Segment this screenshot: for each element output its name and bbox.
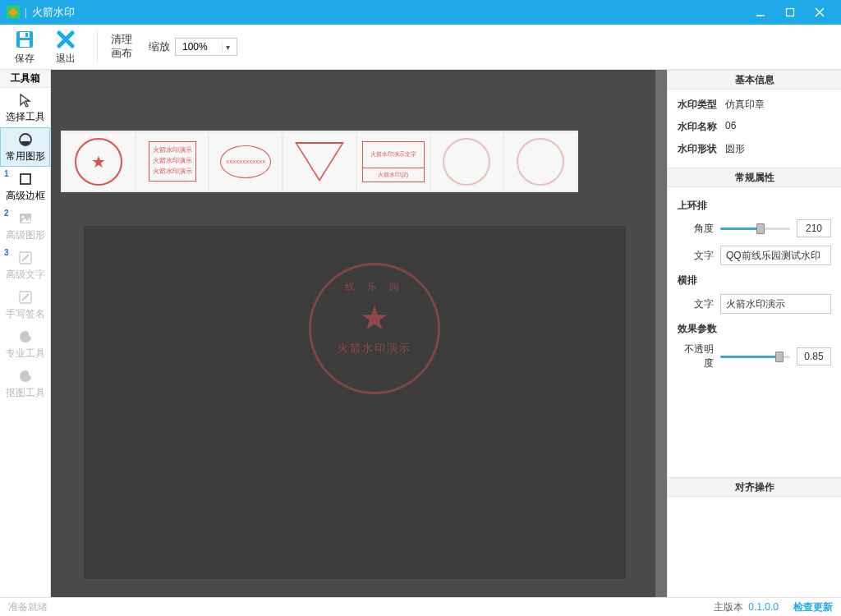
cursor-icon xyxy=(18,92,33,108)
group-effect: 效果参数 xyxy=(678,322,831,336)
text-edit-icon xyxy=(18,250,33,266)
type-value: 仿真印章 xyxy=(725,98,831,112)
image-icon xyxy=(18,210,33,227)
stamp-bottom-text: 火箭水印演示 xyxy=(338,341,411,356)
section-common-props: 常规属性 xyxy=(668,168,841,187)
angle-label: 角度 xyxy=(678,222,720,236)
group-horizontal: 横排 xyxy=(678,274,831,287)
chevron-down-icon: ▾ xyxy=(222,43,233,52)
close-icon xyxy=(815,7,825,17)
titlebar: | 火箭水印 xyxy=(0,0,841,25)
shape-triangle[interactable] xyxy=(283,133,356,191)
minimize-button[interactable] xyxy=(746,0,775,25)
check-update-link[interactable]: 检查更新 xyxy=(793,600,833,614)
exit-label: 退出 xyxy=(49,52,82,66)
group-upper-arc: 上环排 xyxy=(678,199,831,213)
badge-1: 1 xyxy=(4,169,9,178)
canvas-content[interactable]: 线 乐 园 ★ 火箭水印演示 xyxy=(84,226,626,579)
close-button[interactable] xyxy=(805,0,834,25)
angle-slider[interactable] xyxy=(720,228,790,230)
exit-icon xyxy=(49,29,82,50)
svg-rect-6 xyxy=(20,40,30,47)
tool-pro[interactable]: 专业工具 xyxy=(0,324,50,364)
pen-icon xyxy=(18,289,33,306)
toolbar-separator xyxy=(97,30,98,63)
app-icon xyxy=(7,6,20,19)
properties-panel: 基本信息 水印类型仿真印章 水印名称06 水印形状圆形 常规属性 上环排 角度 … xyxy=(667,70,841,597)
svg-point-13 xyxy=(21,215,24,218)
exit-button[interactable]: 退出 xyxy=(48,25,84,69)
zoom-value: 100% xyxy=(182,41,215,53)
tool-adv-text[interactable]: 3 高级文字 xyxy=(0,246,50,285)
zoom-label: 缩放 xyxy=(149,39,170,54)
horizontal-text-input[interactable]: 火箭水印演示 xyxy=(720,294,831,314)
version-label: 主版本 xyxy=(714,600,743,614)
upper-text-label: 文字 xyxy=(678,249,720,263)
tool-handwrite[interactable]: 手写签名 xyxy=(0,285,50,324)
shape-rect[interactable]: 火箭水印演示文字 火箭水印(2) xyxy=(357,133,430,191)
svg-rect-5 xyxy=(20,32,30,38)
opacity-slider[interactable] xyxy=(720,356,790,358)
canvas-area[interactable]: ★ 火箭水印演示 火箭水印演示 火箭水印演示 XXXXXXXXXXXX 火箭水印… xyxy=(51,70,667,597)
section-basic-info: 基本信息 xyxy=(668,70,841,90)
opacity-value[interactable]: 0.85 xyxy=(797,347,831,365)
tool-adv-border[interactable]: 1 高级边框 xyxy=(0,167,50,206)
square-icon xyxy=(18,171,33,187)
shape-value: 圆形 xyxy=(725,142,831,156)
maximize-button[interactable] xyxy=(775,0,805,25)
star-icon: ★ xyxy=(360,301,389,334)
statusbar: 准备就绪 主版本 0.1.0.0 检查更新 xyxy=(0,597,841,616)
angle-value[interactable]: 210 xyxy=(797,219,831,237)
save-button[interactable]: 保存 xyxy=(7,25,43,69)
sidebar-header: 工具箱 xyxy=(0,70,50,88)
name-label: 水印名称 xyxy=(678,120,725,134)
svg-rect-11 xyxy=(21,174,30,184)
status-ready: 准备就绪 xyxy=(8,600,48,614)
tool-select[interactable]: 选择工具 xyxy=(0,88,50,127)
toolbar: 保存 退出 清理 画布 缩放 100% ▾ xyxy=(0,25,841,70)
type-label: 水印类型 xyxy=(678,98,725,112)
zoom-select[interactable]: 100% ▾ xyxy=(175,38,237,56)
svg-rect-7 xyxy=(25,33,28,37)
tool-cutout[interactable]: 抠图工具 xyxy=(0,364,50,403)
scrollbar-vertical[interactable] xyxy=(655,70,667,597)
version-value: 0.1.0.0 xyxy=(748,601,779,613)
horizontal-text-label: 文字 xyxy=(678,297,720,311)
shape-faded-1[interactable] xyxy=(431,133,503,191)
section-align: 对齐操作 xyxy=(668,477,841,497)
maximize-icon xyxy=(785,7,795,17)
badge-2: 2 xyxy=(4,209,9,218)
opacity-label: 不透明度 xyxy=(678,342,720,370)
titlebar-separator: | xyxy=(25,7,27,18)
circle-icon xyxy=(18,131,33,148)
main: 工具箱 选择工具 常用图形 1 高级边框 2 高级图形 3 高级文字 手写签名 xyxy=(0,70,841,597)
stamp-arc-text: 线 乐 园 xyxy=(345,280,405,294)
clear-canvas-button[interactable]: 清理 画布 xyxy=(106,30,137,64)
name-value: 06 xyxy=(725,120,831,134)
tool-adv-shape[interactable]: 2 高级图形 xyxy=(0,206,50,246)
palette-icon xyxy=(18,368,33,384)
shape-oval[interactable]: XXXXXXXXXXXX xyxy=(209,133,282,191)
save-label: 保存 xyxy=(8,52,41,66)
palette-icon xyxy=(18,329,33,345)
shape-gallery: ★ 火箭水印演示 火箭水印演示 火箭水印演示 XXXXXXXXXXXX 火箭水印… xyxy=(61,131,578,192)
shape-faded-2[interactable] xyxy=(504,133,577,191)
tool-common-shapes[interactable]: 常用图形 xyxy=(0,127,50,167)
shape-text-lines[interactable]: 火箭水印演示 火箭水印演示 火箭水印演示 xyxy=(136,133,209,191)
svg-rect-1 xyxy=(787,9,794,16)
badge-3: 3 xyxy=(4,248,9,257)
minimize-icon xyxy=(756,7,765,17)
shape-label: 水印形状 xyxy=(678,142,725,156)
upper-text-input[interactable]: QQ前线乐园测试水印 xyxy=(720,246,831,265)
app-title: 火箭水印 xyxy=(32,5,75,20)
save-icon xyxy=(8,29,41,50)
stamp-preview[interactable]: 线 乐 园 ★ 火箭水印演示 xyxy=(309,263,440,394)
sidebar: 工具箱 选择工具 常用图形 1 高级边框 2 高级图形 3 高级文字 手写签名 xyxy=(0,70,51,597)
shape-circle-star[interactable]: ★ xyxy=(62,133,135,191)
